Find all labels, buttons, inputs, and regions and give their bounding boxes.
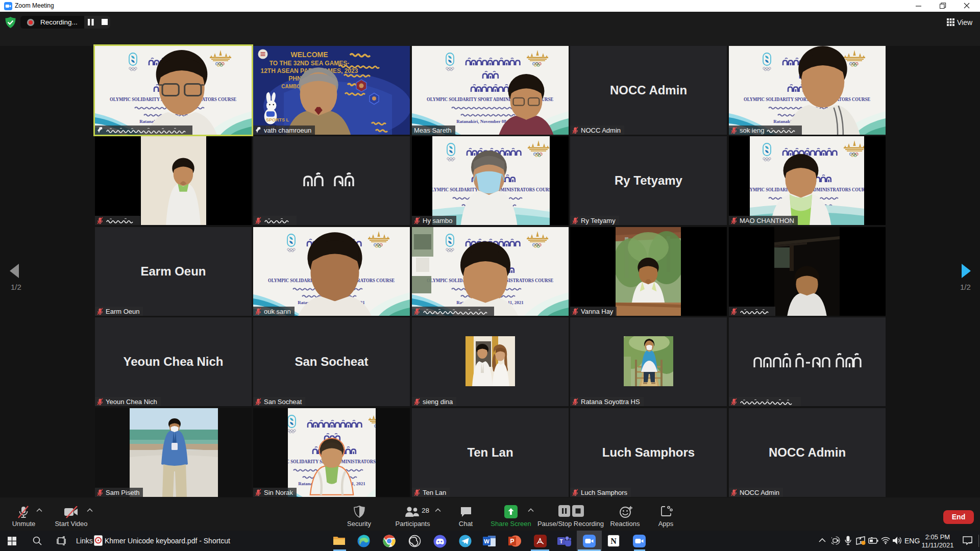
svg-text:W: W [484, 538, 489, 544]
svg-text:WELCOME: WELCOME [290, 51, 328, 59]
svg-text:SPORTS L: SPORTS L [266, 117, 289, 122]
svg-text:P: P [510, 538, 514, 545]
svg-text:TO THE 32ND SEA GAMES-: TO THE 32ND SEA GAMES- [270, 60, 350, 67]
svg-text:T: T [559, 539, 562, 544]
svg-text:N: N [610, 537, 617, 545]
